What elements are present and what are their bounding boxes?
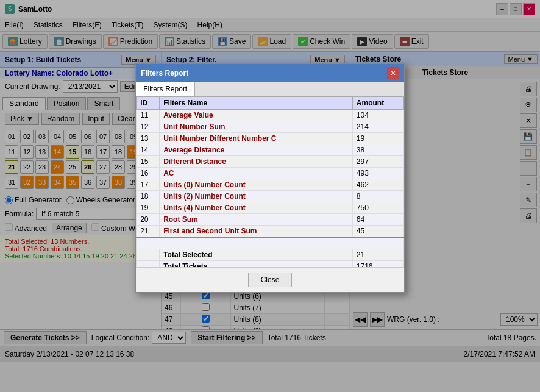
modal-table-row: 15 Different Distance 297 [137,155,404,167]
modal-table-row: 14 Average Distance 38 [137,144,404,155]
modal-summary-row: Total Selected 21 [137,249,404,260]
modal-title: Filters Report [141,69,188,77]
modal-titlebar: Filters Report ✕ [136,64,404,82]
modal-table-row: 20 Root Sum 64 [137,213,404,225]
modal-table-row: 13 Unit Number Different Number C 19 [137,132,404,144]
modal-table-wrap: ID Filters Name Amount 11 Average Value … [136,96,404,267]
modal-divider-row: ════════════════════════════════════════… [137,237,404,249]
modal-overlay: Filters Report ✕ Filters Report ID Filte… [0,0,540,392]
modal-tabs: Filters Report [136,82,404,96]
modal-summary-row: Total Tickets 1716 [137,260,404,267]
modal-table-row: 17 Units (0) Number Count 462 [137,179,404,190]
modal-col-id: ID [137,96,160,109]
modal-table-row: 11 Average Value 104 [137,109,404,121]
modal-table-row: 16 AC 493 [137,167,404,179]
modal-close-button[interactable]: ✕ [387,67,399,79]
modal-table-row: 12 Unit Number Sum 214 [137,121,404,132]
modal-table: ID Filters Name Amount 11 Average Value … [136,96,404,267]
modal-table-row: 19 Units (4) Number Count 750 [137,202,404,213]
modal-table-row: 18 Units (2) Number Count 8 [137,190,404,202]
modal-footer: Close [136,267,404,292]
modal-table-row: 21 First and Second Unit Sum 45 [137,225,404,237]
modal-tab-filters-report[interactable]: Filters Report [136,82,195,96]
modal-col-name: Filters Name [160,96,353,109]
modal-col-amount: Amount [352,96,403,109]
filters-report-modal: Filters Report ✕ Filters Report ID Filte… [135,63,405,293]
modal-close-footer-button[interactable]: Close [248,273,293,287]
